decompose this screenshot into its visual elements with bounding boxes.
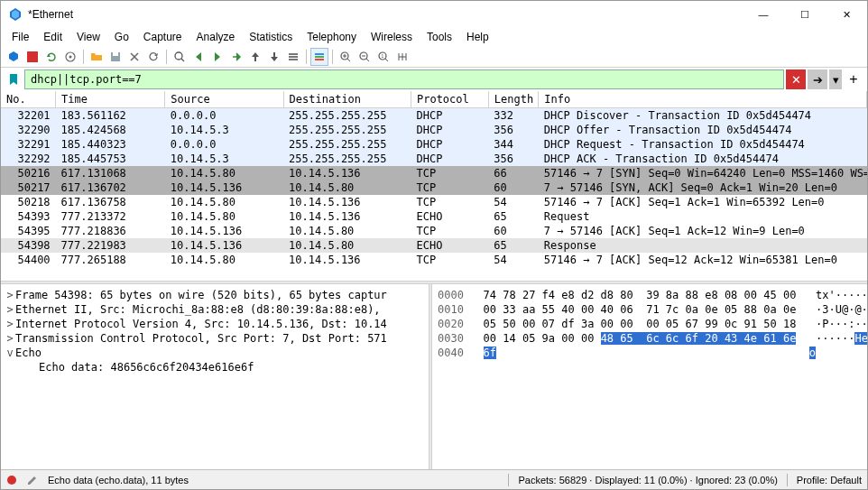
menu-go[interactable]: Go [107, 29, 136, 45]
status-packets: Packets: 56829 · Displayed: 11 (0.0%) · … [518, 475, 777, 485]
packet-row[interactable]: 50216617.13106810.14.5.8010.14.5.136TCP6… [1, 166, 867, 180]
filterbar: ✕ ➔ ▾ + [1, 68, 867, 91]
apply-filter-icon[interactable]: ➔ [808, 69, 827, 89]
find-packet-icon[interactable] [171, 48, 189, 66]
bookmark-filter-icon[interactable] [5, 70, 23, 88]
menu-view[interactable]: View [69, 29, 107, 45]
open-file-icon[interactable] [88, 48, 106, 66]
packet-details-tree[interactable]: >Frame 54398: 65 bytes on wire (520 bits… [1, 284, 429, 469]
start-capture-icon[interactable] [5, 48, 23, 66]
svg-rect-9 [315, 53, 324, 55]
svg-rect-6 [289, 53, 298, 55]
toolbar: 1 [1, 46, 867, 68]
tree-node[interactable]: >Frame 54398: 65 bytes on wire (520 bits… [3, 288, 427, 302]
menu-analyze[interactable]: Analyze [189, 29, 243, 45]
go-first-icon[interactable] [246, 48, 264, 66]
go-last-icon[interactable] [265, 48, 283, 66]
display-filter-input[interactable] [24, 69, 784, 89]
menu-help[interactable]: Help [459, 29, 496, 45]
packet-row[interactable]: 54400777.26518810.14.5.8010.14.5.136TCP5… [1, 253, 867, 267]
svg-rect-8 [289, 59, 298, 60]
packet-row[interactable]: 54398777.22198310.14.5.13610.14.5.80ECHO… [1, 238, 867, 253]
filter-history-icon[interactable]: ▾ [829, 69, 842, 89]
packet-row[interactable]: 32201183.5611620.0.0.0255.255.255.255DHC… [1, 108, 867, 124]
status-profile[interactable]: Profile: Default [797, 475, 862, 485]
zoom-in-icon[interactable] [337, 48, 355, 66]
menu-tools[interactable]: Tools [420, 29, 459, 45]
titlebar: *Ethernet — ☐ ✕ [1, 1, 867, 28]
hex-row[interactable]: 0020 05 50 00 07 df 3a 00 00 00 05 67 99… [438, 317, 862, 331]
packet-row[interactable]: 50217617.13670210.14.5.13610.14.5.80TCP6… [1, 180, 867, 195]
svg-rect-11 [315, 59, 324, 60]
svg-point-2 [69, 55, 72, 58]
column-header[interactable]: Destination [283, 91, 411, 108]
auto-scroll-icon[interactable] [284, 48, 302, 66]
menubar: FileEditViewGoCaptureAnalyzeStatisticsTe… [1, 28, 867, 46]
clear-filter-icon[interactable]: ✕ [786, 69, 806, 89]
packet-row[interactable]: 50218617.13675810.14.5.8010.14.5.136TCP5… [1, 195, 867, 209]
tree-node[interactable]: Echo data: 48656c6c6f20434e616e6f [3, 360, 427, 374]
menu-edit[interactable]: Edit [36, 29, 69, 45]
packet-row[interactable]: 32290185.42456810.14.5.3255.255.255.255D… [1, 123, 867, 137]
svg-point-16 [7, 476, 16, 485]
column-header[interactable]: Protocol [411, 91, 488, 108]
svg-rect-0 [27, 51, 38, 62]
packet-row[interactable]: 32292185.44575310.14.5.3255.255.255.255D… [1, 152, 867, 166]
packet-bytes-hex[interactable]: 0000 74 78 27 f4 e8 d2 d8 80 39 8a 88 e8… [432, 284, 867, 469]
column-header[interactable]: Time [56, 91, 165, 108]
edit-pencil-icon[interactable] [26, 474, 39, 486]
go-forward-icon[interactable] [208, 48, 226, 66]
menu-wireless[interactable]: Wireless [364, 29, 420, 45]
statusbar: Echo data (echo.data), 11 bytes Packets:… [1, 469, 867, 489]
column-header[interactable]: No. [1, 91, 56, 108]
menu-file[interactable]: File [5, 29, 36, 45]
close-file-icon[interactable] [125, 48, 143, 66]
packet-row[interactable]: 54393777.21337210.14.5.8010.14.5.136ECHO… [1, 209, 867, 224]
svg-rect-4 [113, 52, 118, 56]
menu-capture[interactable]: Capture [136, 29, 189, 45]
hex-row[interactable]: 0000 74 78 27 f4 e8 d2 d8 80 39 8a 88 e8… [438, 288, 862, 302]
colorize-icon[interactable] [310, 48, 328, 66]
column-header[interactable]: Length [488, 91, 539, 108]
menu-telephony[interactable]: Telephony [300, 29, 364, 45]
capture-options-icon[interactable] [61, 48, 79, 66]
go-to-packet-icon[interactable] [227, 48, 245, 66]
column-header[interactable]: Source [165, 91, 283, 108]
window-title: *Ethernet [28, 8, 743, 21]
status-field: Echo data (echo.data), 11 bytes [48, 475, 189, 485]
go-back-icon[interactable] [189, 48, 208, 66]
tree-node[interactable]: >Internet Protocol Version 4, Src: 10.14… [3, 317, 427, 331]
packet-list[interactable]: No.TimeSourceDestinationProtocolLengthIn… [1, 91, 867, 281]
zoom-out-icon[interactable] [356, 48, 374, 66]
svg-rect-7 [289, 56, 298, 58]
add-filter-button[interactable]: + [844, 69, 863, 89]
hex-row[interactable]: 0040 6f o [438, 346, 862, 360]
packet-row[interactable]: 32291185.4403230.0.0.0255.255.255.255DHC… [1, 137, 867, 152]
packet-row[interactable]: 54395777.21883610.14.5.13610.14.5.80TCP6… [1, 224, 867, 238]
hex-row[interactable]: 0010 00 33 aa 55 40 00 40 06 71 7c 0a 0e… [438, 302, 862, 317]
tree-node[interactable]: >Ethernet II, Src: Microchi_8a:88:e8 (d8… [3, 302, 427, 317]
maximize-button[interactable]: ☐ [784, 1, 826, 28]
save-file-icon[interactable] [106, 48, 125, 66]
zoom-reset-icon[interactable]: 1 [374, 48, 392, 66]
svg-text:1: 1 [382, 53, 384, 59]
hex-row[interactable]: 0030 00 14 05 9a 00 00 48 65 6c 6c 6f 20… [438, 331, 862, 346]
menu-statistics[interactable]: Statistics [242, 29, 300, 45]
resize-columns-icon[interactable] [393, 48, 411, 66]
tree-node[interactable]: vEcho [3, 346, 427, 360]
tree-node[interactable]: >Transmission Control Protocol, Src Port… [3, 331, 427, 346]
reload-file-icon[interactable] [144, 48, 162, 66]
stop-capture-icon[interactable] [23, 48, 42, 66]
svg-point-5 [175, 52, 182, 60]
restart-capture-icon[interactable] [42, 48, 60, 66]
close-button[interactable]: ✕ [826, 1, 867, 28]
minimize-button[interactable]: — [743, 1, 784, 28]
column-header[interactable]: Info [539, 91, 867, 108]
svg-rect-10 [315, 56, 324, 58]
expert-info-icon[interactable] [6, 475, 17, 485]
app-icon [8, 7, 23, 22]
